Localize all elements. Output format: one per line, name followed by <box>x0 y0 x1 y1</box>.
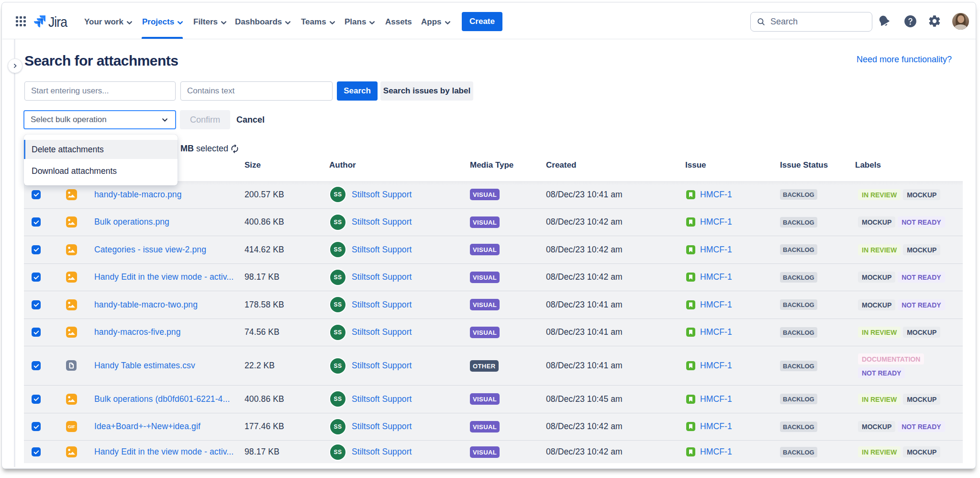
svg-text:GIF: GIF <box>68 424 76 429</box>
